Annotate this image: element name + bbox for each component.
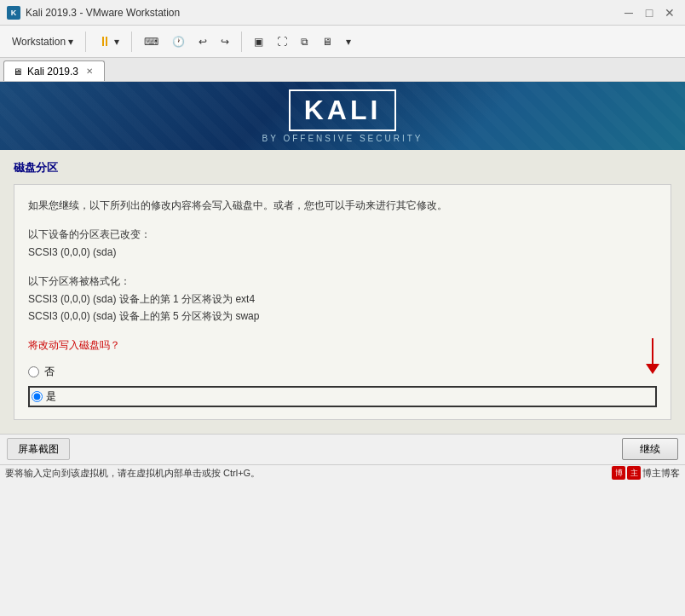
keyboard-icon: ⌨ [144,36,158,48]
toolbar: Workstation ▾ ⏸ ▾ ⌨ 🕐 ↩ ↪ ▣ ⛶ ⧉ 🖥 ▾ [0,26,685,58]
view-dropdown-icon: ▾ [346,36,351,48]
pause-button[interactable]: ⏸ ▾ [93,30,124,54]
tab-label: Kali 2019.3 [27,66,78,78]
snapshot-icon: 🕐 [172,36,185,48]
send-ctrl-alt-del-button[interactable]: ⌨ [139,30,164,54]
tab-vm-icon: 🖥 [13,66,22,77]
workstation-dropdown-icon: ▾ [68,36,73,48]
window-title: Kali 2019.3 - VMware Workstation [26,7,180,19]
snapshot-mgr-icon: ↪ [221,36,229,48]
tabs-bar: 🖥 Kali 2019.3 ✕ [0,58,685,82]
toolbar-separator-1 [85,32,86,52]
section-title: 磁盘分区 [14,160,671,176]
revert-icon: ↩ [199,36,207,48]
pause-icon: ⏸ [98,34,112,49]
view-button[interactable]: 🖥 [317,30,337,54]
bottom-bar: 屏幕截图 继续 [0,434,685,464]
arrow-indicator [646,338,659,374]
paragraph3-item1: SCSI3 (0,0,0) (sda) 设备上的第 1 分区将设为 ext4 [28,291,657,308]
paragraph2-title: 以下设备的分区表已改变： [28,226,657,243]
blog-label: 博主博客 [642,467,680,480]
vm-settings-button[interactable]: ▣ [249,30,268,54]
paragraph3-title: 以下分区将被格式化： [28,273,657,290]
vm-settings-icon: ▣ [254,36,263,48]
status-icon-2: 主 [627,466,641,480]
content-box: 如果您继续，以下所列出的修改内容将会写入磁盘中。或者，您也可以手动来进行其它修改… [14,184,671,420]
question-text: 将改动写入磁盘吗？ [28,337,657,354]
vm-content: KALI BY OFFENSIVE SECURITY 磁盘分区 如果您继续，以下… [0,82,685,464]
arrow-line [652,338,653,364]
toolbar-separator-2 [131,32,132,52]
radio-no[interactable] [28,366,39,377]
vm-tab[interactable]: 🖥 Kali 2019.3 ✕ [3,60,105,81]
fullscreen-icon: ⛶ [277,36,287,48]
workstation-label: Workstation [12,36,66,48]
content-area: 磁盘分区 如果您继续，以下所列出的修改内容将会写入磁盘中。或者，您也可以手动来进… [0,150,685,434]
continue-button[interactable]: 继续 [622,438,678,460]
paragraph1: 如果您继续，以下所列出的修改内容将会写入磁盘中。或者，您也可以手动来进行其它修改… [28,197,657,214]
paragraph2-item: SCSI3 (0,0,0) (sda) [28,244,657,261]
kali-logo-text: KALI [304,95,382,126]
unity-icon: ⧉ [301,36,308,48]
view-dropdown-button[interactable]: ▾ [341,30,356,54]
app-icon: K [7,6,20,20]
status-icon-1: 博 [612,466,625,480]
radio-yes-item[interactable]: 是 [28,386,657,407]
radio-yes-label: 是 [46,389,56,404]
paragraph3-item2: SCSI3 (0,0,0) (sda) 设备上的第 5 分区将设为 swap [28,308,657,325]
status-hint: 要将输入定向到该虚拟机，请在虚拟机内部单击或按 Ctrl+G。 [5,467,260,480]
kali-subtitle: BY OFFENSIVE SECURITY [262,134,423,143]
full-screen-button[interactable]: ⛶ [272,30,292,54]
view-icon: 🖥 [322,36,332,48]
screenshot-button[interactable]: 屏幕截图 [7,438,70,460]
radio-yes[interactable] [32,391,43,402]
status-bar: 要将输入定向到该虚拟机，请在虚拟机内部单击或按 Ctrl+G。 博 主 博主博客 [0,464,685,481]
radio-no-label: 否 [44,365,55,379]
kali-logo-box: KALI [289,89,397,131]
snapshot-button[interactable]: 🕐 [167,30,190,54]
pause-dropdown-icon: ▾ [114,36,119,48]
toolbar-separator-3 [241,32,242,52]
kali-banner: KALI BY OFFENSIVE SECURITY [0,82,685,150]
window-controls: ─ □ ✕ [620,4,678,21]
status-right: 博 主 博主博客 [612,466,680,480]
title-bar: K Kali 2019.3 - VMware Workstation ─ □ ✕ [0,0,685,26]
snapshot-manager-button[interactable]: ↪ [216,30,234,54]
arrow-head [646,364,659,374]
minimize-button[interactable]: ─ [620,4,637,21]
radio-group: 否 是 [28,365,657,407]
maximize-button[interactable]: □ [641,4,658,21]
revert-button[interactable]: ↩ [193,30,212,54]
workstation-menu-button[interactable]: Workstation ▾ [7,30,78,54]
tab-close-button[interactable]: ✕ [83,66,95,78]
close-button[interactable]: ✕ [661,4,678,21]
radio-no-item[interactable]: 否 [28,365,657,379]
title-bar-left: K Kali 2019.3 - VMware Workstation [7,6,180,20]
unity-button[interactable]: ⧉ [296,30,314,54]
